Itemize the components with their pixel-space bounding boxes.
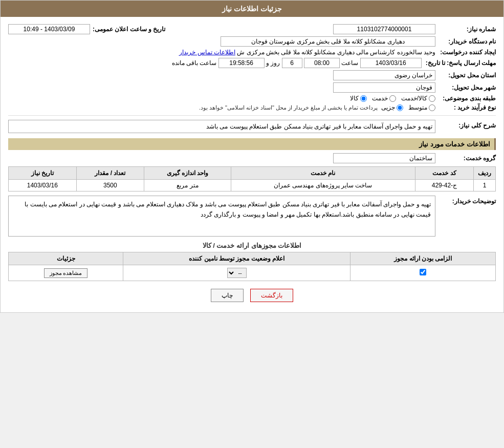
radio-motavasset: متوسط (408, 104, 435, 111)
cell-code: ج-42-429 (415, 180, 473, 191)
buyer-notes-label: توضیحات خریدار: (440, 196, 496, 205)
cell-date: 1403/03/16 (9, 180, 77, 191)
col-code: کد خدمت (415, 167, 473, 180)
need-desc-value: تهیه و حمل واجرای آسفالت معابر با فیر ته… (206, 123, 432, 130)
creator-label: ایجاد کننده درخواست: (440, 49, 496, 56)
radio-kala-khedmat: کالا/خدمت (401, 95, 435, 102)
announcement-label: تاریخ و ساعت اعلان عمومی: (93, 26, 165, 33)
permit-details-cell: مشاهده مجوز (9, 265, 123, 281)
col-name: نام خدمت (231, 167, 415, 180)
deadline-days: 6 (282, 58, 302, 68)
creator-row: ایجاد کننده درخواست: وحید سالخورده کارشن… (8, 49, 496, 56)
buyer-org-label: نام دستگاه خریدار: (440, 38, 496, 45)
purchase-type-label: نوع فرآیند خرید : (440, 104, 496, 111)
province-row: استان محل تحویل: خراسان رضوی (8, 70, 496, 80)
col-date: تاریخ نیاز (9, 167, 77, 180)
radio-khedmat-label: خدمت (372, 95, 388, 102)
purchase-type-radio-group: متوسط جزیی (381, 104, 435, 111)
city-value: فوجان (333, 82, 435, 93)
deadline-time: 08:00 (304, 58, 340, 68)
category-row: طبقه بندی موضوعی: کالا/خدمت خدمت کالا (8, 95, 496, 102)
page-wrapper: جزئیات اطلاعات نیاز شماره نیاز: 11031027… (0, 0, 504, 313)
permit-required-checkbox[interactable] (420, 269, 426, 275)
creator-value: وحید سالخورده کارشناس مالی دهیاری مشکانل… (237, 49, 435, 56)
page-title: جزئیات اطلاعات نیاز (222, 5, 282, 13)
announcement-value: 1403/03/09 - 10:49 (8, 24, 90, 34)
permit-status-select[interactable]: -- (227, 268, 247, 278)
permits-row: -- مشاهده مجوز (9, 265, 496, 281)
city-row: شهر محل تحویل: فوجان (8, 82, 496, 93)
deadline-time-label: ساعت (341, 59, 358, 67)
need-desc-box: تهیه و حمل واجرای آسفالت معابر با فیر ته… (8, 120, 435, 133)
cell-unit: متر مربع (144, 180, 231, 191)
radio-kala: کالا (350, 95, 367, 102)
service-group-label: گروه خدمت: (440, 155, 496, 162)
radio-khedmat: خدمت (372, 95, 396, 102)
creator-link[interactable]: اطلاعات تماس خریدار (179, 49, 235, 56)
buyer-notes-row: توضیحات خریدار: تهیه و حمل واجرای آسفالت… (8, 196, 496, 237)
radio-jozei: جزیی (381, 104, 403, 111)
radio-motavasset-label: متوسط (408, 104, 427, 111)
radio-khedmat-input[interactable] (389, 95, 396, 102)
permits-section-title: اطلاعات مجوزهای ارائه خدمت / کالا (8, 242, 496, 249)
main-content: شماره نیاز: 1103102774000001 تاریخ و ساع… (1, 17, 503, 312)
radio-motavasset-input[interactable] (429, 104, 435, 111)
deadline-row: مهلت ارسال پاسخ: تا تاریخ: 1403/03/16 سا… (8, 58, 496, 68)
cell-count: 3500 (76, 180, 144, 191)
need-number-label: شماره نیاز: (440, 26, 496, 33)
table-row: 1 ج-42-429 ساخت سایر پروژه‌های مهندسی عم… (9, 180, 496, 191)
col-unit: واحد اندازه گیری (144, 167, 231, 180)
buyer-notes-value: تهیه و حمل واجرای آسفالت معابر با فیر ته… (8, 196, 435, 237)
col-count: تعداد / مقدار (76, 167, 144, 180)
cell-name: ساخت سایر پروژه‌های مهندسی عمران (231, 180, 415, 191)
need-desc-row: شرح کلی نیاز: تهیه و حمل واجرای آسفالت م… (8, 120, 496, 133)
service-group-value: ساختمان (333, 153, 435, 163)
deadline-label: مهلت ارسال پاسخ: تا تاریخ: (426, 59, 496, 67)
category-radio-group: کالا/خدمت خدمت کالا (350, 95, 435, 102)
page-header: جزئیات اطلاعات نیاز (1, 1, 503, 17)
permit-status-cell: -- (123, 265, 350, 281)
cell-radif: 1 (474, 180, 496, 191)
need-desc-label: شرح کلی نیاز: (440, 120, 496, 129)
radio-kala-label: کالا (350, 95, 359, 102)
button-group: بازگشت چاپ (8, 289, 496, 302)
col-status: اعلام وضعیت مجوز توسط نامین کننده (123, 252, 350, 265)
divider-1 (8, 115, 496, 116)
city-label: شهر محل تحویل: (440, 84, 496, 91)
deadline-date: 1403/03/16 (360, 58, 422, 68)
province-value: خراسان رضوی (333, 70, 435, 80)
province-label: استان محل تحویل: (440, 72, 496, 79)
radio-kala-khedmat-input[interactable] (429, 95, 435, 102)
col-radif: ردیف (474, 167, 496, 180)
deadline-remaining: 19:58:56 (218, 58, 265, 68)
service-group-row: گروه خدمت: ساختمان (8, 153, 496, 163)
radio-jozei-label: جزیی (381, 104, 395, 111)
need-number-value: 1103102774000001 (333, 24, 435, 34)
purchase-note: پرداخت تمام یا بخشی از مبلغ خریدار از مح… (199, 104, 378, 111)
radio-kala-input[interactable] (360, 95, 367, 102)
deadline-day-label: روز و (266, 59, 280, 67)
services-table: ردیف کد خدمت نام خدمت واحد اندازه گیری ت… (8, 166, 496, 191)
permits-table: الزامی بودن ارائه مجوز اعلام وضعیت مجوز … (8, 252, 496, 281)
back-button[interactable]: بازگشت (250, 289, 293, 302)
purchase-type-row: نوع فرآیند خرید : متوسط جزیی پرداخت تمام… (8, 104, 496, 111)
deadline-remaining-label: ساعت باقی مانده (172, 59, 217, 67)
radio-kala-khedmat-label: کالا/خدمت (401, 95, 427, 102)
category-label: طبقه بندی موضوعی: (440, 95, 496, 102)
buyer-org-value: دهیاری مشکانلو کلانه ملا قلی بخش مرکزی ش… (221, 36, 435, 47)
permit-view-button[interactable]: مشاهده مجوز (44, 268, 88, 278)
need-number-row: شماره نیاز: 1103102774000001 تاریخ و ساع… (8, 24, 496, 34)
col-required: الزامی بودن ارائه مجوز (350, 252, 496, 265)
radio-jozei-input[interactable] (397, 104, 403, 111)
buyer-org-row: نام دستگاه خریدار: دهیاری مشکانلو کلانه … (8, 36, 496, 47)
services-section-title: اطلاعات خدمات مورد نیاز (8, 138, 496, 150)
permit-required-cell (350, 265, 496, 281)
col-details: جزئیات (9, 252, 123, 265)
print-button[interactable]: چاپ (211, 289, 244, 302)
